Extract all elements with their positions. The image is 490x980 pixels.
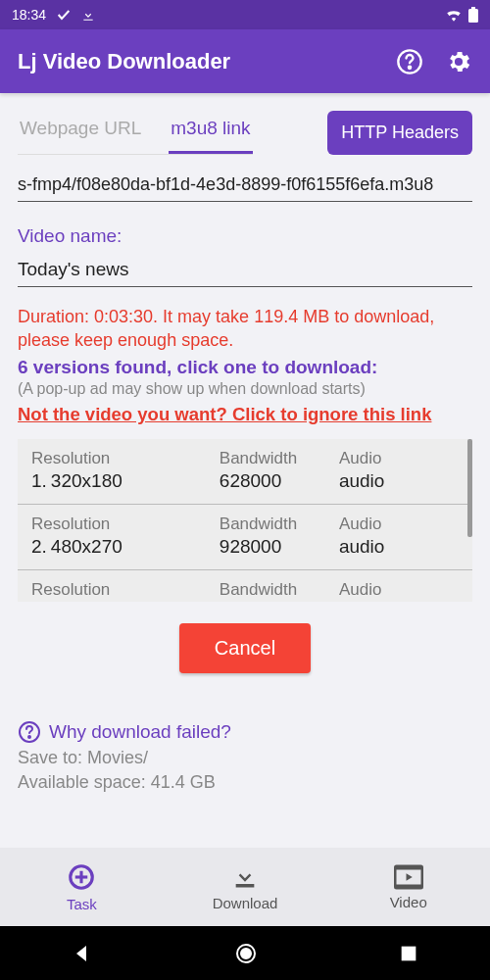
svg-rect-16 xyxy=(402,946,416,960)
check-icon xyxy=(56,7,72,23)
tabs-row: Webpage URL m3u8 link HTTP Headers xyxy=(0,93,490,155)
col-audio: Audio xyxy=(339,580,459,600)
download-status-icon xyxy=(81,8,95,22)
video-icon xyxy=(394,864,423,890)
col-resolution: Resolution xyxy=(31,580,220,600)
status-time: 18:34 xyxy=(12,7,46,23)
svg-rect-11 xyxy=(395,884,422,888)
ignore-link[interactable]: Not the video you want? Click to ignore … xyxy=(18,404,431,425)
gear-icon[interactable] xyxy=(445,48,472,75)
plus-circle-icon xyxy=(67,862,96,892)
version-row[interactable]: Resolution Bandwidth Audio xyxy=(18,570,472,602)
nav-download[interactable]: Download xyxy=(164,848,327,926)
svg-point-3 xyxy=(409,66,411,68)
versions-list: Resolution Bandwidth Audio 1.320x180 628… xyxy=(18,439,472,602)
svg-point-15 xyxy=(241,949,251,958)
svg-marker-13 xyxy=(76,946,86,961)
app-bar: Lj Video Downloader xyxy=(0,29,490,93)
tab-m3u8-link[interactable]: m3u8 link xyxy=(169,112,252,154)
versions-found-message: 6 versions found, click one to download: xyxy=(18,357,472,378)
footer-info: Why download failed? Save to: Movies/ Av… xyxy=(0,720,490,793)
http-headers-button[interactable]: HTTP Headers xyxy=(327,111,472,155)
col-resolution: Resolution xyxy=(31,449,220,468)
wifi-icon xyxy=(445,8,463,22)
download-failed-help[interactable]: Why download failed? xyxy=(18,720,472,744)
svg-rect-1 xyxy=(471,7,475,9)
help-icon xyxy=(18,720,41,744)
save-to-line: Save to: Movies/ xyxy=(18,748,472,768)
col-audio: Audio xyxy=(339,514,459,534)
video-name-input[interactable] xyxy=(18,253,472,287)
system-nav xyxy=(0,926,490,980)
tab-webpage-url[interactable]: Webpage URL xyxy=(18,112,143,154)
col-bandwidth: Bandwidth xyxy=(220,580,339,600)
battery-icon xyxy=(468,7,478,23)
version-row[interactable]: Resolution Bandwidth Audio 2.480x270 928… xyxy=(18,505,472,570)
url-input[interactable] xyxy=(18,169,472,202)
col-audio: Audio xyxy=(339,449,459,468)
svg-rect-10 xyxy=(395,865,422,869)
help-icon[interactable] xyxy=(396,48,423,75)
svg-rect-0 xyxy=(468,9,478,23)
scrollbar-thumb[interactable] xyxy=(467,439,472,537)
cancel-button[interactable]: Cancel xyxy=(179,623,311,673)
nav-task[interactable]: Task xyxy=(0,848,164,926)
home-button[interactable] xyxy=(234,942,258,965)
duration-message: Duration: 0:03:30. It may take 119.4 MB … xyxy=(18,305,472,353)
popup-note: (A pop-up ad may show up when download s… xyxy=(18,380,472,398)
svg-marker-12 xyxy=(406,873,412,881)
app-title: Lj Video Downloader xyxy=(18,49,230,74)
recent-button[interactable] xyxy=(398,943,419,964)
download-icon xyxy=(231,863,259,891)
svg-point-5 xyxy=(28,736,30,738)
col-bandwidth: Bandwidth xyxy=(220,449,339,468)
back-button[interactable] xyxy=(71,942,94,965)
nav-video[interactable]: Video xyxy=(326,848,490,926)
col-resolution: Resolution xyxy=(31,514,220,534)
available-space-line: Available space: 41.4 GB xyxy=(18,772,472,793)
col-bandwidth: Bandwidth xyxy=(220,514,339,534)
video-name-label: Video name: xyxy=(18,225,472,247)
bottom-nav: Task Download Video xyxy=(0,848,490,926)
version-row[interactable]: Resolution Bandwidth Audio 1.320x180 628… xyxy=(18,439,472,505)
status-bar: 18:34 xyxy=(0,0,490,29)
